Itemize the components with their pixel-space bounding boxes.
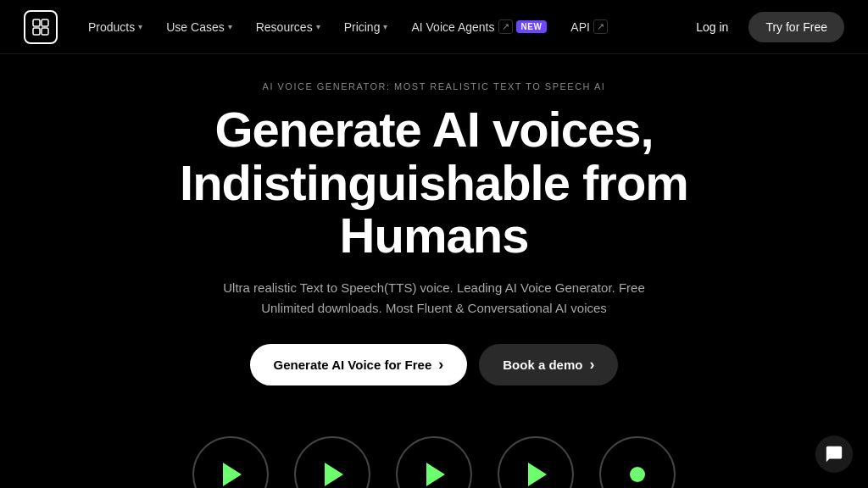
svg-rect-3 — [42, 28, 48, 35]
arrow-icon: › — [438, 356, 443, 374]
try-free-button[interactable]: Try for Free — [748, 12, 844, 42]
hero-subtitle: Ultra realistic Text to Speech(TTS) voic… — [214, 278, 654, 319]
arrow-icon: › — [589, 356, 594, 374]
svg-rect-1 — [42, 19, 48, 26]
hero-eyebrow: AI VOICE GENERATOR: MOST REALISTIC TEXT … — [263, 81, 606, 92]
nav-item-api[interactable]: API ↗ — [560, 13, 618, 41]
login-button[interactable]: Log in — [686, 14, 738, 41]
chat-bubble[interactable] — [815, 435, 853, 473]
navbar: Products ▾ Use Cases ▾ Resources ▾ Prici… — [0, 0, 868, 54]
play-icon — [528, 463, 547, 486]
chevron-down-icon: ▾ — [383, 22, 387, 31]
book-demo-button[interactable]: Book a demo › — [479, 344, 618, 385]
hero-buttons: Generate AI Voice for Free › Book a demo… — [250, 344, 619, 385]
svg-rect-2 — [33, 28, 40, 35]
chevron-down-icon: ▾ — [138, 22, 142, 31]
audio-player-2[interactable] — [294, 436, 370, 488]
dot-icon — [630, 467, 645, 482]
nav-item-usecases[interactable]: Use Cases ▾ — [156, 14, 242, 41]
chevron-down-icon: ▾ — [316, 22, 320, 31]
audio-player-5[interactable] — [599, 436, 676, 488]
chat-icon — [825, 445, 843, 463]
nav-item-resources[interactable]: Resources ▾ — [246, 14, 331, 41]
nav-item-voiceagents[interactable]: AI Voice Agents ↗ NEW — [401, 13, 557, 41]
nav-links: Products ▾ Use Cases ▾ Resources ▾ Prici… — [78, 13, 686, 41]
audio-player-3[interactable] — [396, 436, 472, 488]
chevron-down-icon: ▾ — [228, 22, 232, 31]
generate-voice-button[interactable]: Generate AI Voice for Free › — [250, 344, 468, 385]
audio-player-4[interactable] — [498, 436, 574, 488]
audio-player-1[interactable] — [192, 436, 269, 488]
nav-item-pricing[interactable]: Pricing ▾ — [334, 14, 398, 41]
nav-actions: Log in Try for Free — [686, 12, 844, 42]
hero-title: Generate AI voices, Indistinguishable fr… — [180, 103, 688, 263]
logo[interactable] — [24, 10, 58, 44]
logo-svg — [31, 17, 51, 37]
hero-section: AI VOICE GENERATOR: MOST REALISTIC TEXT … — [0, 54, 868, 436]
nav-item-products[interactable]: Products ▾ — [78, 14, 153, 41]
play-icon — [426, 463, 445, 486]
logo-icon — [24, 10, 58, 44]
audio-players-row — [0, 436, 868, 488]
play-icon — [325, 463, 343, 486]
play-icon — [223, 463, 242, 486]
svg-rect-0 — [33, 19, 40, 26]
external-link-icon: ↗ — [593, 19, 608, 34]
external-link-icon: ↗ — [498, 19, 513, 34]
